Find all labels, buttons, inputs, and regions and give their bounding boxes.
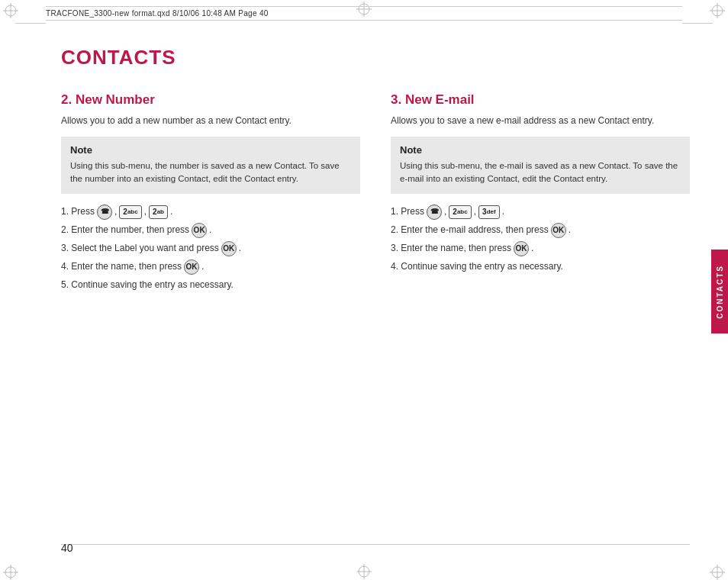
left-step-2-period: .: [209, 223, 211, 237]
page-title: CONTACTS: [61, 46, 690, 69]
right-note-title: Note: [400, 144, 681, 156]
key-ok-3: OK: [221, 241, 237, 256]
left-note-title: Note: [70, 144, 351, 156]
key-menu: ☎: [97, 205, 112, 220]
reg-mark-br: [710, 565, 725, 580]
key-ok-r2: OK: [551, 223, 566, 238]
page-number: 40: [61, 542, 73, 554]
key-ok-4: OK: [184, 259, 199, 275]
left-step-4-period: .: [201, 259, 204, 274]
left-step-3-period: .: [239, 241, 241, 256]
left-step-5: 5. Continue saving the entry as necessar…: [61, 278, 360, 292]
right-step-1-comma2: ,: [474, 205, 476, 219]
key-ok-r3: OK: [514, 241, 529, 256]
right-column: 3. New E-mail Allows you to save a new e…: [391, 92, 690, 295]
key-2abc-r: 2abc: [449, 205, 471, 219]
left-step-2-text: 2. Enter the number, then press OK .: [61, 223, 211, 238]
right-step-3-prefix: 3. Enter the name, then press: [391, 241, 511, 256]
header-file-info: TRACFONE_3300-new format.qxd 8/10/06 10:…: [46, 9, 269, 18]
left-step-4: 4. Enter the name, then press OK .: [61, 259, 360, 275]
reg-mark-tl: [3, 3, 18, 18]
header-bar: TRACFONE_3300-new format.qxd 8/10/06 10:…: [46, 6, 682, 21]
key-3def-r: 3def: [478, 205, 500, 219]
bottom-line: [61, 544, 690, 545]
left-step-4-prefix: 4. Enter the name, then press: [61, 259, 182, 274]
left-step-1-comma1: ,: [114, 205, 117, 219]
right-step-3: 3. Enter the name, then press OK .: [391, 241, 690, 256]
reg-mark-tr: [710, 3, 725, 18]
left-step-4-text: 4. Enter the name, then press OK .: [61, 259, 204, 275]
side-tab-label: CONTACTS: [716, 265, 724, 319]
right-step-2: 2. Enter the e-mail address, then press …: [391, 223, 690, 238]
right-step-3-period: .: [531, 241, 533, 256]
right-step-1-text: 1. Press ☎ , 2abc , 3def .: [391, 205, 504, 220]
left-step-1-period: .: [170, 205, 172, 219]
right-step-1: 1. Press ☎ , 2abc , 3def .: [391, 205, 690, 220]
left-step-1-prefix: 1. Press: [61, 205, 95, 219]
right-section-desc: Allows you to save a new e-mail address …: [391, 114, 690, 127]
left-step-1-text: 1. Press ☎ , 2abc , 2ab .: [61, 205, 172, 220]
left-step-1: 1. Press ☎ , 2abc , 2ab .: [61, 205, 360, 220]
key-ok-2: OK: [192, 223, 207, 238]
left-note-text: Using this sub-menu, the number is saved…: [70, 159, 351, 186]
left-column: 2. New Number Allows you to add a new nu…: [61, 92, 360, 295]
main-content: CONTACTS 2. New Number Allows you to add…: [61, 46, 690, 537]
left-step-2: 2. Enter the number, then press OK .: [61, 223, 360, 238]
right-step-2-period: .: [569, 223, 571, 237]
right-section-title: 3. New E-mail: [391, 92, 690, 108]
right-step-1-prefix: 1. Press: [391, 205, 424, 219]
key-2ab-1: 2ab: [149, 205, 168, 219]
left-step-3-prefix: 3. Select the Label you want and press: [61, 241, 219, 256]
right-step-4: 4. Continue saving the entry as necessar…: [391, 259, 690, 274]
right-note-text: Using this sub-menu, the e-mail is saved…: [400, 159, 681, 186]
right-note-box: Note Using this sub-menu, the e-mail is …: [391, 137, 690, 194]
right-step-4-text: 4. Continue saving the entry as necessar…: [391, 259, 563, 274]
right-step-3-text: 3. Enter the name, then press OK .: [391, 241, 533, 256]
top-line-right: [682, 23, 713, 24]
left-step-3-text: 3. Select the Label you want and press O…: [61, 241, 241, 256]
left-step-1-comma2: ,: [144, 205, 147, 219]
left-section-title: 2. New Number: [61, 92, 360, 108]
key-2abc-1: 2abc: [119, 205, 141, 219]
key-menu-r: ☎: [427, 205, 442, 220]
left-step-5-text: 5. Continue saving the entry as necessar…: [61, 278, 234, 292]
right-step-2-prefix: 2. Enter the e-mail address, then press: [391, 223, 549, 237]
left-section-desc: Allows you to add a new number as a new …: [61, 114, 360, 127]
right-step-2-text: 2. Enter the e-mail address, then press …: [391, 223, 571, 238]
side-tab: CONTACTS: [711, 250, 728, 333]
top-line-left: [15, 23, 46, 24]
left-note-box: Note Using this sub-menu, the number is …: [61, 137, 360, 194]
right-step-1-comma1: ,: [444, 205, 446, 219]
page: TRACFONE_3300-new format.qxd 8/10/06 10:…: [0, 0, 728, 583]
two-column-layout: 2. New Number Allows you to add a new nu…: [61, 92, 690, 295]
reg-mark-bl: [3, 565, 18, 580]
left-step-2-prefix: 2. Enter the number, then press: [61, 223, 189, 237]
crosshair-bottom: [356, 564, 372, 581]
right-step-1-period: .: [502, 205, 504, 219]
left-step-3: 3. Select the Label you want and press O…: [61, 241, 360, 256]
